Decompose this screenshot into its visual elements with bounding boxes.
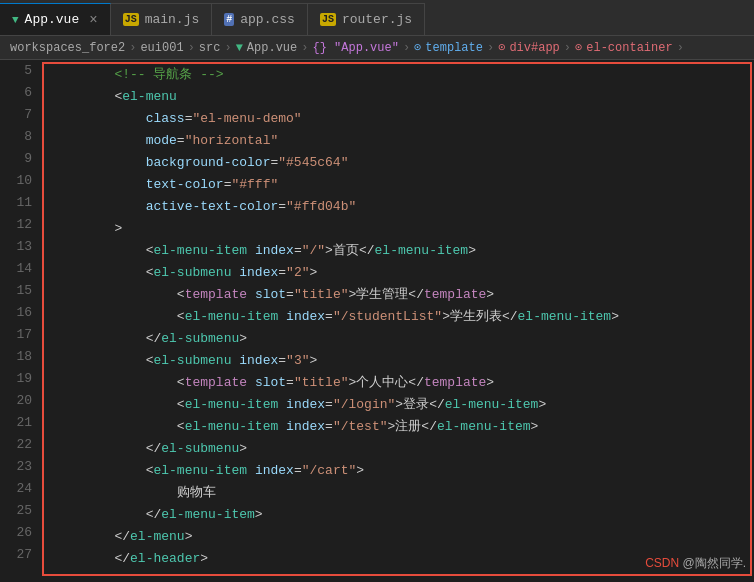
code-line-24: 购物车 <box>52 482 750 504</box>
code-line-7: class="el-menu-demo" <box>52 108 750 130</box>
line-num-14: 14 <box>0 258 32 280</box>
code-line-20: <el-menu-item index="/login">登录</el-menu… <box>52 394 750 416</box>
line-num-5: 5 <box>0 60 32 82</box>
tab-label-router-js: router.js <box>342 12 412 27</box>
tab-label-main-js: main.js <box>145 12 200 27</box>
tab-bar: ▼ App.vue × JS main.js # app.css JS rout… <box>0 0 754 36</box>
code-line-9: background-color="#545c64" <box>52 152 750 174</box>
line-num-19: 19 <box>0 368 32 390</box>
code-line-22: </el-submenu> <box>52 438 750 460</box>
breadcrumb-appvue-icon: ▼ <box>236 41 243 55</box>
sep5: › <box>403 41 410 55</box>
breadcrumb-template[interactable]: template <box>425 41 483 55</box>
line-num-8: 8 <box>0 126 32 148</box>
tab-app-vue[interactable]: ▼ App.vue × <box>0 3 111 35</box>
line-num-11: 11 <box>0 192 32 214</box>
line-num-17: 17 <box>0 324 32 346</box>
line-num-26: 26 <box>0 522 32 544</box>
breadcrumb-elcontainer-icon: ⊙ <box>575 40 582 55</box>
sep7: › <box>564 41 571 55</box>
tab-label-app-vue: App.vue <box>25 12 80 27</box>
breadcrumb-divapp-icon: ⊙ <box>498 40 505 55</box>
code-line-14: <el-submenu index="2"> <box>52 262 750 284</box>
code-line-6: <el-menu <box>52 86 750 108</box>
sep8: › <box>677 41 684 55</box>
line-num-6: 6 <box>0 82 32 104</box>
watermark-author: @陶然同学. <box>682 556 746 570</box>
breadcrumb-divapp[interactable]: div#app <box>509 41 559 55</box>
line-num-25: 25 <box>0 500 32 522</box>
code-line-26: </el-menu> <box>52 526 750 548</box>
editor: 5 6 7 8 9 10 11 12 13 14 15 16 17 18 19 … <box>0 60 754 578</box>
line-num-12: 12 <box>0 214 32 236</box>
line-num-16: 16 <box>0 302 32 324</box>
line-num-22: 22 <box>0 434 32 456</box>
code-line-21: <el-menu-item index="/test">注册</el-menu-… <box>52 416 750 438</box>
code-line-11: active-text-color="#ffd04b" <box>52 196 750 218</box>
sep1: › <box>129 41 136 55</box>
line-num-21: 21 <box>0 412 32 434</box>
breadcrumb-template-icon: ⊙ <box>414 40 421 55</box>
code-line-8: mode="horizontal" <box>52 130 750 152</box>
code-line-15: <template slot="title">学生管理</template> <box>52 284 750 306</box>
code-line-16: <el-menu-item index="/studentList">学生列表<… <box>52 306 750 328</box>
tab-router-js[interactable]: JS router.js <box>308 3 425 35</box>
code-line-18: <el-submenu index="3"> <box>52 350 750 372</box>
line-num-15: 15 <box>0 280 32 302</box>
breadcrumb-src[interactable]: src <box>199 41 221 55</box>
line-num-18: 18 <box>0 346 32 368</box>
css-icon: # <box>224 13 234 26</box>
sep3: › <box>224 41 231 55</box>
code-line-19: <template slot="title">个人中心</template> <box>52 372 750 394</box>
breadcrumb-workspaces[interactable]: workspaces_fore2 <box>10 41 125 55</box>
close-icon[interactable]: × <box>89 12 97 28</box>
code-line-10: text-color="#fff" <box>52 174 750 196</box>
watermark-csdn: CSDN <box>645 556 679 570</box>
watermark: CSDN @陶然同学. <box>645 552 746 574</box>
sep2: › <box>188 41 195 55</box>
line-num-20: 20 <box>0 390 32 412</box>
line-num-24: 24 <box>0 478 32 500</box>
line-num-9: 9 <box>0 148 32 170</box>
js-icon-2: JS <box>320 13 336 26</box>
code-line-13: <el-menu-item index="/">首页</el-menu-item… <box>52 240 750 262</box>
code-line-25: </el-menu-item> <box>52 504 750 526</box>
sep4: › <box>301 41 308 55</box>
tab-label-app-css: app.css <box>240 12 295 27</box>
line-num-10: 10 <box>0 170 32 192</box>
vue-icon: ▼ <box>12 14 19 26</box>
breadcrumb: workspaces_fore2 › eui001 › src › ▼ App.… <box>0 36 754 60</box>
breadcrumb-eui[interactable]: eui001 <box>140 41 183 55</box>
line-num-7: 7 <box>0 104 32 126</box>
line-num-27: 27 <box>0 544 32 566</box>
tab-app-css[interactable]: # app.css <box>212 3 308 35</box>
breadcrumb-appvue[interactable]: App.vue <box>247 41 297 55</box>
breadcrumb-elcontainer[interactable]: el-container <box>586 41 672 55</box>
code-line-17: </el-submenu> <box>52 328 750 350</box>
line-numbers: 5 6 7 8 9 10 11 12 13 14 15 16 17 18 19 … <box>0 60 40 578</box>
code-line-5: <!-- 导航条 --> <box>52 64 750 86</box>
breadcrumb-bracket[interactable]: {} "App.vue" <box>312 41 398 55</box>
code-line-12: > <box>52 218 750 240</box>
sep6: › <box>487 41 494 55</box>
line-num-13: 13 <box>0 236 32 258</box>
code-editor[interactable]: <!-- 导航条 --> <el-menu class="el-menu-dem… <box>42 62 752 576</box>
js-icon: JS <box>123 13 139 26</box>
code-line-23: <el-menu-item index="/cart"> <box>52 460 750 482</box>
line-num-23: 23 <box>0 456 32 478</box>
tab-main-js[interactable]: JS main.js <box>111 3 213 35</box>
